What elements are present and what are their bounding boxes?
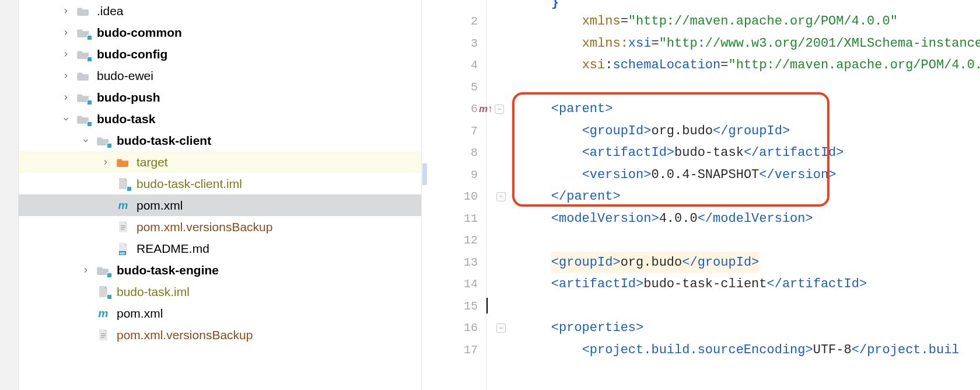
toolwindow-rail[interactable] <box>0 0 19 390</box>
code-line[interactable]: <artifactId>budo-task</artifactId> <box>520 142 980 164</box>
tree-label: budo-task-client.iml <box>136 177 242 191</box>
text-caret <box>487 298 488 314</box>
line-number[interactable]: 14 <box>422 273 478 295</box>
tree-label: pom.xml <box>136 199 183 213</box>
line-number[interactable]: 13 <box>422 252 478 274</box>
svg-rect-7 <box>101 337 104 337</box>
line-number-val: 10 <box>464 190 478 203</box>
tree-item-budo-task-engine[interactable]: budo-task-engine <box>19 259 421 281</box>
chevron-right-icon[interactable] <box>61 6 71 16</box>
project-tree[interactable]: .idea budo-common budo-config budo-ewei <box>19 0 421 390</box>
line-1-partial[interactable] <box>422 0 478 11</box>
code-line[interactable] <box>520 229 980 252</box>
folder-icon <box>76 5 91 18</box>
folder-icon <box>76 69 91 82</box>
tree-item-budo-config[interactable]: budo-config <box>19 43 421 65</box>
code-line[interactable]: <modelVersion>4.0.0</modelVersion> <box>520 208 980 230</box>
iml-file-icon <box>116 177 131 190</box>
tree-item-readme[interactable]: MD README.md <box>19 238 421 259</box>
tree-label: target <box>136 155 168 169</box>
code-line[interactable]: <properties> <box>520 317 980 339</box>
iml-file-icon <box>96 285 111 298</box>
code-line[interactable]: </parent> <box>520 186 980 208</box>
tree-label: pom.xml.versionsBackup <box>117 328 253 342</box>
chevron-right-icon[interactable] <box>80 265 91 276</box>
text-file-icon <box>116 221 131 234</box>
svg-rect-2 <box>121 229 124 229</box>
line-number[interactable]: 15 <box>422 295 478 318</box>
code-line[interactable]: xsi:schemaLocation="http://maven.apache.… <box>520 54 980 76</box>
code-line[interactable]: xmlns:xsi="http://www.w3.org/2001/XMLSch… <box>520 33 980 55</box>
tree-item-idea[interactable]: .idea <box>19 0 421 22</box>
line-number[interactable]: 2 <box>422 11 478 33</box>
tree-label: budo-common <box>97 26 182 40</box>
code-line[interactable]: <groupId>org.budo</groupId> <box>520 120 980 142</box>
tree-item-budo-common[interactable]: budo-common <box>19 22 421 43</box>
svg-rect-1 <box>121 227 125 228</box>
tree-label: pom.xml.versionsBackup <box>136 220 272 234</box>
tree-item-bt-pom-backup[interactable]: pom.xml.versionsBackup <box>19 324 421 346</box>
tree-item-pom-backup[interactable]: pom.xml.versionsBackup <box>19 216 421 238</box>
tree-label: budo-task-engine <box>117 263 219 277</box>
chevron-down-icon[interactable] <box>61 114 71 124</box>
ide-root: .idea budo-common budo-config budo-ewei <box>0 0 980 390</box>
line-number[interactable]: 12 <box>422 229 478 252</box>
tree-item-budo-push[interactable]: budo-push <box>19 86 421 108</box>
tree-item-target[interactable]: target <box>19 151 421 173</box>
tree-item-budo-task[interactable]: budo-task <box>19 108 421 130</box>
line-number-val: 6 <box>471 102 478 116</box>
module-folder-icon <box>76 91 91 104</box>
gutter-change-marker[interactable] <box>422 163 427 185</box>
line-number[interactable]: 9 <box>422 164 478 186</box>
code-line[interactable]: <groupId>org.budo</groupId> <box>520 252 980 274</box>
line-number-val: 16 <box>464 321 478 335</box>
line-number[interactable]: 3 <box>422 33 478 55</box>
chevron-right-icon[interactable] <box>100 157 111 168</box>
tree-item-bt-iml[interactable]: budo-task.iml <box>19 281 421 302</box>
code-line[interactable]: <parent> <box>520 98 980 120</box>
md-file-icon: MD <box>116 242 131 255</box>
svg-rect-0 <box>121 225 125 226</box>
code-editor[interactable]: 2 3 4 5 6 m↑ 7 8 9 10 11 12 13 <box>421 0 980 390</box>
svg-rect-6 <box>101 335 106 336</box>
chevron-down-icon[interactable] <box>80 135 91 146</box>
code-area[interactable]: } xmlns="http://maven.apache.org/POM/4.0… <box>487 0 980 390</box>
tree-item-budo-task-client[interactable]: budo-task-client <box>19 130 421 151</box>
code-line[interactable]: <artifactId>budo-task-client</artifactId… <box>520 273 980 295</box>
code-line[interactable]: <project.build.sourceEncoding>UTF-8</pro… <box>520 339 980 361</box>
line-number[interactable]: 8 <box>422 142 478 164</box>
svg-rect-5 <box>101 333 106 334</box>
tree-item-budo-ewei[interactable]: budo-ewei <box>19 65 421 86</box>
tree-item-bt-pom[interactable]: m pom.xml <box>19 302 421 324</box>
module-folder-icon <box>96 134 111 147</box>
line-number[interactable]: 17 <box>422 339 478 361</box>
line-number[interactable]: 5 <box>422 76 478 99</box>
code-line[interactable]: xmlns="http://maven.apache.org/POM/4.0.0… <box>520 11 980 33</box>
chevron-right-icon[interactable] <box>61 92 71 103</box>
line-number[interactable]: 10 <box>422 186 478 208</box>
line-number[interactable]: 6 m↑ <box>422 98 478 120</box>
code-line[interactable] <box>520 76 980 99</box>
tree-label: .idea <box>97 4 124 18</box>
tree-item-btc-iml[interactable]: budo-task-client.iml <box>19 173 421 194</box>
line-number[interactable]: 16 <box>422 317 478 339</box>
code-line[interactable]: <version>0.0.4-SNAPSHOT</version> <box>520 164 980 186</box>
tree-label: budo-push <box>97 90 160 105</box>
code-line[interactable]: } <box>520 0 980 11</box>
line-number[interactable]: 11 <box>422 208 478 230</box>
chevron-right-icon[interactable] <box>61 49 71 60</box>
module-folder-icon <box>76 113 91 126</box>
line-number[interactable]: 7 <box>422 120 478 142</box>
maven-file-icon: m <box>116 199 131 212</box>
line-number[interactable]: 4 <box>422 54 478 76</box>
line-number-gutter[interactable]: 2 3 4 5 6 m↑ 7 8 9 10 11 12 13 <box>421 0 487 390</box>
module-folder-icon <box>76 26 91 39</box>
chevron-right-icon[interactable] <box>61 71 71 81</box>
tree-label: pom.xml <box>117 307 163 321</box>
code-line[interactable] <box>520 295 980 318</box>
tree-label: budo-config <box>97 47 167 61</box>
tree-item-pom-selected[interactable]: m pom.xml <box>19 194 421 216</box>
tree-label: README.md <box>136 242 209 256</box>
chevron-right-icon[interactable] <box>61 27 71 38</box>
tree-label: budo-task-client <box>117 134 211 148</box>
